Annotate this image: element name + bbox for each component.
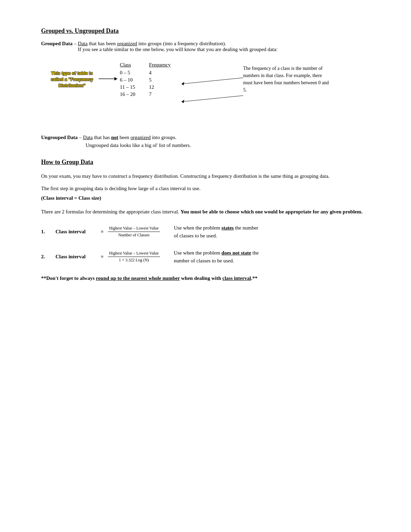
reminder-block: **Don't forget to always round up to the… (41, 274, 370, 282)
svg-line-2 (182, 78, 243, 84)
formula1-denominator: Number of Classes (117, 232, 151, 238)
annotation-content: The frequency of a class is the number o… (243, 66, 329, 92)
ungrouped-data-underline: Data (83, 135, 92, 140)
formula1-number: 1. (41, 229, 51, 235)
svg-marker-1 (114, 77, 117, 81)
section2-para2-line1: The first step in grouping data is decid… (41, 184, 370, 193)
grouped-def-organized-underline: organized (117, 41, 137, 46)
freq-table-header-frequency: Frequency (149, 61, 184, 69)
ungrouped-def-text-wrap: Data that has not been organized into gr… (83, 135, 176, 140)
side-label-line2: called a "Frequency Distribution" (51, 77, 93, 88)
formula1-states-underline: states (222, 225, 234, 231)
page: Grouped vs. Ungrouped Data Grouped Data … (0, 0, 411, 532)
formulas-section: 1. Class interval = Highest Value – Lowe… (41, 224, 370, 264)
formula2-does-not-underline: does not state (222, 250, 251, 256)
ungrouped-not-underline: not (111, 135, 118, 140)
ungrouped-def-block: Ungrouped Data – Data that has not been … (41, 135, 370, 140)
formula1-fraction: Highest Value – Lowest Value Number of C… (108, 226, 160, 238)
reminder-round-up-underline: round up to the nearest whole number (96, 275, 180, 281)
formula2-does-not-bold: does not state (222, 250, 251, 256)
formula1-row: 1. Class interval = Highest Value – Lowe… (41, 224, 370, 239)
formula1-states-bold: states (222, 225, 234, 231)
section2-title: How to Group Data (41, 159, 370, 166)
annotation-text: The frequency of a class is the number o… (243, 65, 329, 94)
ungrouped-def-dash: – (79, 135, 82, 140)
section2-para2-line2: (Class interval = Class size) (41, 194, 370, 202)
formula2-desc: Use when the problem does not state the … (174, 249, 263, 264)
formula2-label: Class interval (55, 254, 97, 260)
ungrouped-organized-underline: organized (130, 135, 151, 140)
formula2-number: 2. (41, 254, 51, 260)
formula1-equals: = (101, 229, 104, 235)
formula1-desc: Use when the problem states the number o… (174, 224, 263, 239)
class-cell: 11 – 15 (120, 84, 149, 91)
ungrouped-def-text2: Ungrouped data looks like a big ol' list… (86, 143, 370, 148)
svg-marker-3 (182, 82, 184, 85)
class-cell: 6 – 10 (120, 76, 149, 84)
grouped-def-text2: If you see a table similar to the one be… (78, 47, 277, 52)
svg-marker-5 (182, 100, 184, 103)
side-label: This type of table is called a "Frequenc… (45, 70, 99, 89)
class-cell: 0 – 5 (120, 69, 149, 76)
section1-title: Grouped vs. Ungrouped Data (41, 27, 370, 35)
grouped-def-data-underline: Data (78, 41, 87, 46)
side-label-line1: This type of table is (51, 71, 92, 76)
class-cell: 16 – 20 (120, 91, 149, 98)
formula2-row: 2. Class interval = Highest Value – Lowe… (41, 249, 370, 264)
formula2-denominator: 1 + 3.322 Log (N) (117, 257, 150, 263)
grouped-ungrouped-section: Grouped vs. Ungrouped Data Grouped Data … (41, 27, 370, 148)
grouped-def-dash: – (74, 41, 77, 47)
grouped-def-block: Grouped Data – Data that has been organi… (41, 41, 370, 52)
side-label-arrow-svg (99, 76, 117, 82)
freq-table-area: This type of table is called a "Frequenc… (41, 58, 370, 126)
how-to-section: How to Group Data On your exam, you may … (41, 159, 370, 282)
formula1-label: Class interval (55, 229, 97, 235)
freq-table-header-class: Class (120, 61, 149, 69)
grouped-def-term: Grouped Data (41, 41, 73, 47)
section2-para3-bold: You must be able to choose which one wou… (180, 209, 362, 214)
reminder-class-interval-underline: class interval (222, 275, 251, 281)
svg-line-4 (182, 96, 243, 102)
formula2-equals: = (101, 254, 104, 260)
ungrouped-def-term: Ungrouped Data (41, 135, 78, 140)
section2-para3: There are 2 formulas for determining the… (41, 208, 370, 216)
formula2-numerator: Highest Value – Lowest Value (108, 251, 160, 257)
section2-para1: On your exam, you may have to construct … (41, 172, 370, 180)
formula1-numerator: Highest Value – Lowest Value (108, 226, 160, 232)
grouped-def-text-wrap: Data that has been organized into groups… (78, 41, 277, 52)
formula2-fraction: Highest Value – Lowest Value 1 + 3.322 L… (108, 251, 160, 263)
annotation-arrows-svg (175, 72, 243, 116)
